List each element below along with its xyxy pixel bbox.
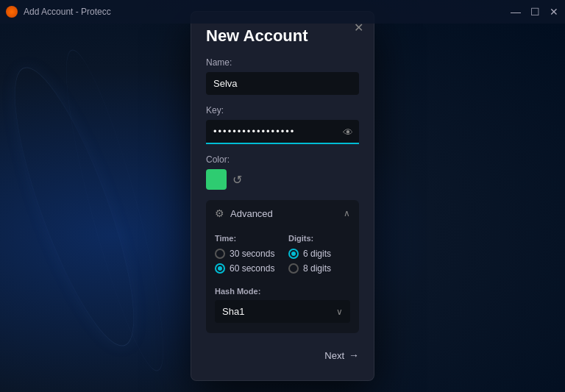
time-60s-option[interactable]: 60 seconds [215, 263, 277, 274]
time-30s-option[interactable]: 30 seconds [215, 249, 277, 259]
next-label: Next [324, 350, 344, 361]
dialog-footer: Next → [206, 345, 359, 366]
hash-label: Hash Mode: [215, 287, 350, 296]
minimize-button[interactable]: — [511, 7, 521, 17]
new-account-dialog: ✕ New Account Name: Key: 👁 Color: ↺ ⚙ Ad… [191, 11, 374, 381]
color-row: ↺ [206, 169, 359, 190]
dialog-overlay: ✕ New Account Name: Key: 👁 Color: ↺ ⚙ Ad… [0, 0, 565, 392]
digits-column: Digits: 6 digits 8 digits [288, 234, 350, 278]
color-reset-icon[interactable]: ↺ [232, 173, 242, 187]
color-swatch[interactable] [206, 169, 227, 190]
app-icon [6, 6, 18, 18]
name-input[interactable] [206, 72, 359, 95]
maximize-button[interactable]: ☐ [530, 7, 540, 17]
time-60s-label: 60 seconds [230, 263, 274, 274]
key-label: Key: [206, 105, 359, 115]
digits-6-radio[interactable] [288, 249, 299, 259]
close-window-button[interactable]: ✕ [549, 7, 559, 17]
toggle-visibility-icon[interactable]: 👁 [343, 126, 353, 138]
digits-6-option[interactable]: 6 digits [288, 249, 350, 259]
name-label: Name: [206, 57, 359, 68]
chevron-up-icon: ∧ [344, 208, 350, 218]
titlebar-title: Add Account - Protecc [24, 7, 511, 17]
advanced-label: Advanced [230, 208, 273, 219]
hash-wrapper: Sha1 Sha256 Sha512 ∨ [215, 300, 350, 323]
time-label: Time: [215, 234, 277, 243]
time-30s-radio[interactable] [215, 249, 225, 259]
titlebar: Add Account - Protecc — ☐ ✕ [0, 0, 565, 24]
dialog-close-button[interactable]: ✕ [354, 22, 363, 34]
digits-8-option[interactable]: 8 digits [288, 263, 350, 274]
time-column: Time: 30 seconds 60 seconds [215, 234, 277, 278]
next-button[interactable]: Next → [324, 345, 359, 366]
gear-icon: ⚙ [215, 207, 224, 219]
digits-8-radio[interactable] [288, 263, 299, 274]
advanced-body: Time: 30 seconds 60 seconds Digits: [206, 227, 359, 333]
advanced-columns: Time: 30 seconds 60 seconds Digits: [215, 234, 350, 278]
hash-select[interactable]: Sha1 Sha256 Sha512 [215, 300, 350, 323]
color-section: Color: ↺ [206, 154, 359, 190]
advanced-header-left: ⚙ Advanced [215, 207, 273, 219]
key-input[interactable] [206, 120, 359, 144]
color-label: Color: [206, 154, 359, 165]
digits-label: Digits: [288, 234, 350, 243]
key-field-wrapper: 👁 [206, 120, 359, 144]
dialog-title: New Account [206, 26, 359, 46]
digits-6-label: 6 digits [303, 249, 331, 259]
advanced-header[interactable]: ⚙ Advanced ∧ [206, 200, 359, 227]
next-arrow-icon: → [349, 349, 359, 361]
digits-8-label: 8 digits [303, 263, 331, 274]
advanced-section: ⚙ Advanced ∧ Time: 30 seconds [206, 200, 359, 333]
window-controls: — ☐ ✕ [511, 7, 559, 17]
time-30s-label: 30 seconds [230, 249, 274, 259]
time-60s-radio[interactable] [215, 263, 225, 274]
